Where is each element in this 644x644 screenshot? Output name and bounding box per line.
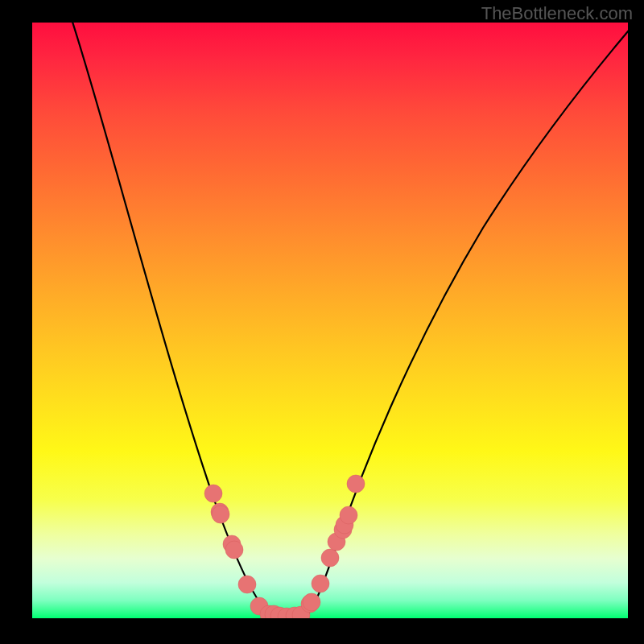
- data-marker: [204, 485, 222, 502]
- chart-svg: [32, 23, 628, 618]
- data-marker: [303, 593, 320, 611]
- markers-group: [204, 475, 365, 618]
- plot-area: [32, 23, 628, 618]
- data-marker: [321, 549, 339, 567]
- data-marker: [238, 576, 256, 593]
- data-marker: [312, 575, 329, 592]
- watermark-text: TheBottleneck.com: [481, 3, 633, 24]
- data-marker: [212, 506, 229, 523]
- data-marker: [340, 506, 357, 524]
- data-marker: [347, 475, 365, 493]
- data-marker: [225, 541, 243, 559]
